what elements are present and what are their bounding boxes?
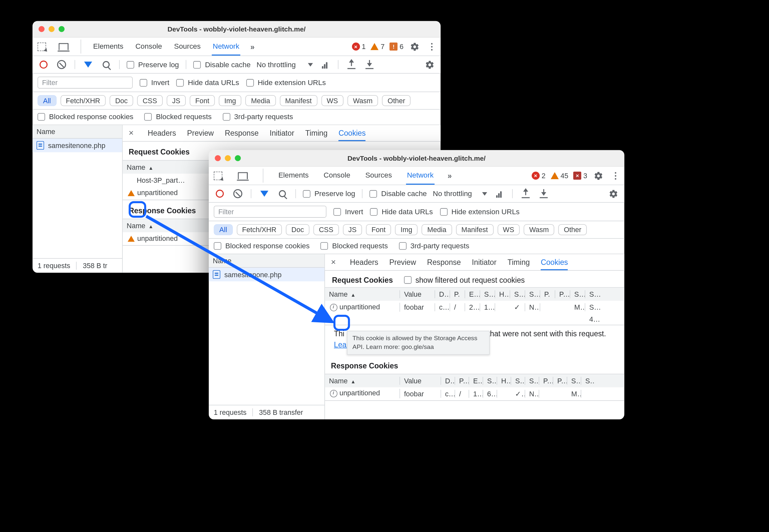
search-icon[interactable] [100,58,112,70]
inspect-element-icon[interactable] [212,170,224,182]
throttling-select[interactable]: No throttling [256,61,313,69]
clear-icon[interactable] [56,58,68,70]
subtab-headers[interactable]: Headers [148,125,176,141]
import-har-icon[interactable] [520,188,532,200]
tab-console[interactable]: Console [134,38,163,56]
pill-js[interactable]: JS [343,224,362,235]
network-conditions-icon[interactable] [319,58,331,70]
tab-sources[interactable]: Sources [364,167,393,185]
pill-css[interactable]: CSS [137,95,162,106]
more-tabs-icon[interactable]: » [448,171,450,180]
titlebar[interactable]: DevTools - wobbly-violet-heaven.glitch.m… [209,150,625,167]
filter-icon[interactable] [258,188,270,200]
clear-icon[interactable] [232,188,244,200]
disable-cache-checkbox[interactable]: Disable cache [193,61,251,69]
warnings-badge[interactable]: 45 [551,172,568,180]
invert-checkbox[interactable]: Invert [140,79,169,87]
search-icon[interactable] [276,188,288,200]
pill-font[interactable]: Font [366,224,391,235]
subtab-cookies[interactable]: Cookies [338,125,366,141]
pill-img[interactable]: Img [219,95,242,106]
settings-icon[interactable] [592,170,604,182]
issues-badge[interactable]: !6 [390,43,404,51]
blocked-response-cookies-checkbox[interactable]: Blocked response cookies [214,242,309,250]
subtab-timing[interactable]: Timing [305,125,328,141]
record-icon[interactable] [214,188,226,200]
pill-fetch[interactable]: Fetch/XHR [237,224,282,235]
pill-ws[interactable]: WS [321,95,343,106]
subtab-cookies[interactable]: Cookies [541,254,568,270]
more-tabs-icon[interactable]: » [250,42,253,51]
pill-js[interactable]: JS [167,95,186,106]
pill-manifest[interactable]: Manifest [456,224,494,235]
kebab-menu-icon[interactable] [609,170,621,182]
table-header[interactable]: Name▲ Value D... P. E... S. H... S... S.… [325,288,625,301]
pill-wasm[interactable]: Wasm [347,95,378,106]
kebab-menu-icon[interactable] [426,41,438,53]
pill-img[interactable]: Img [395,224,418,235]
tab-sources[interactable]: Sources [173,38,202,56]
request-row[interactable]: samesitenone.php [209,268,324,281]
close-icon[interactable]: × [328,257,339,267]
invert-checkbox[interactable]: Invert [333,208,363,216]
pill-doc[interactable]: Doc [110,95,133,106]
tab-console[interactable]: Console [323,167,351,185]
blocked-requests-checkbox[interactable]: Blocked requests [320,242,388,250]
show-filtered-checkbox[interactable]: show filtered out request cookies [404,276,525,284]
request-row[interactable]: samesitenone.php [32,139,122,152]
pill-ws[interactable]: WS [498,224,520,235]
pill-other[interactable]: Other [382,95,411,106]
pill-media[interactable]: Media [422,224,452,235]
inspect-element-icon[interactable] [35,41,47,53]
close-icon[interactable]: × [126,128,137,138]
throttling-select[interactable]: No throttling [433,190,487,198]
table-row[interactable]: unpartitioned foobar c... / 2... 1... N.… [325,301,625,314]
request-list-header[interactable]: Name [209,254,324,268]
pill-manifest[interactable]: Manifest [279,95,317,106]
hide-ext-urls-checkbox[interactable]: Hide extension URLs [440,208,520,216]
disable-cache-checkbox[interactable]: Disable cache [369,190,427,198]
subtab-response[interactable]: Response [225,125,258,141]
subtab-headers[interactable]: Headers [350,254,378,270]
filter-input[interactable] [38,77,133,89]
pill-media[interactable]: Media [245,95,276,106]
titlebar[interactable]: DevTools - wobbly-violet-heaven.glitch.m… [32,21,440,38]
filter-input[interactable] [214,206,326,218]
import-har-icon[interactable] [345,58,357,70]
subtab-initiator[interactable]: Initiator [472,254,497,270]
pill-wasm[interactable]: Wasm [524,224,554,235]
pill-font[interactable]: Font [190,95,215,106]
pill-all[interactable]: All [38,95,56,106]
filter-icon[interactable] [82,58,94,70]
hide-data-urls-checkbox[interactable]: Hide data URLs [176,79,239,87]
table-header[interactable]: Name▲ Value D. P. E... S. H... S... S...… [325,374,625,387]
request-list-header[interactable]: Name [32,125,122,139]
pill-all[interactable]: All [214,224,232,235]
warnings-badge[interactable]: 7 [370,43,384,51]
third-party-checkbox[interactable]: 3rd-party requests [223,113,293,121]
subtab-preview[interactable]: Preview [187,125,214,141]
blocked-response-cookies-checkbox[interactable]: Blocked response cookies [38,113,133,121]
network-settings-icon[interactable] [607,188,619,200]
tab-elements[interactable]: Elements [92,38,124,56]
settings-icon[interactable] [409,41,421,53]
table-row[interactable]: unpartitioned foobar c... / 1... 6... N.… [325,387,625,400]
network-conditions-icon[interactable] [493,188,505,200]
subtab-response[interactable]: Response [427,254,461,270]
device-toolbar-icon[interactable] [237,170,249,182]
errors-badge[interactable]: ×1 [352,43,366,51]
blocked-requests-checkbox[interactable]: Blocked requests [144,113,212,121]
subtab-preview[interactable]: Preview [390,254,416,270]
issues-badge[interactable]: ×3 [574,172,588,180]
hide-data-urls-checkbox[interactable]: Hide data URLs [370,208,433,216]
tab-network[interactable]: Network [406,167,435,185]
tab-elements[interactable]: Elements [277,167,309,185]
network-settings-icon[interactable] [424,58,436,70]
preserve-log-checkbox[interactable]: Preserve log [127,61,179,69]
preserve-log-checkbox[interactable]: Preserve log [303,190,355,198]
pill-css[interactable]: CSS [313,224,339,235]
subtab-initiator[interactable]: Initiator [269,125,294,141]
pill-other[interactable]: Other [558,224,587,235]
pill-doc[interactable]: Doc [286,224,309,235]
tab-network[interactable]: Network [212,38,240,56]
